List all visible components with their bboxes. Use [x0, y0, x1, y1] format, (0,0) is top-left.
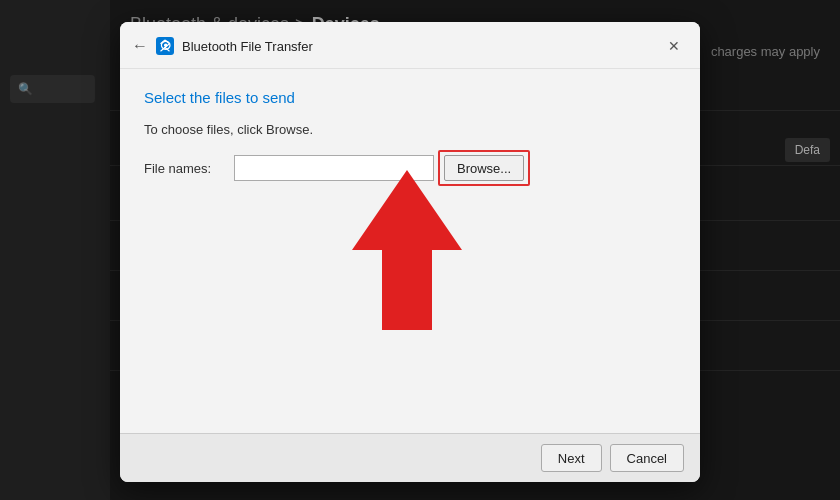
close-button[interactable]: ✕	[660, 32, 688, 60]
svg-marker-2	[352, 170, 462, 330]
svg-text:⦿: ⦿	[160, 40, 171, 52]
dialog-title: Bluetooth File Transfer	[182, 39, 313, 54]
titlebar-left: ← ⦿ Bluetooth File Transfer	[132, 37, 313, 55]
dialog-footer: Next Cancel	[120, 433, 700, 482]
instruction-text: To choose files, click Browse.	[144, 122, 676, 137]
next-button[interactable]: Next	[541, 444, 602, 472]
back-arrow-icon[interactable]: ←	[132, 37, 148, 55]
close-icon: ✕	[668, 38, 680, 54]
dialog-titlebar: ← ⦿ Bluetooth File Transfer ✕	[120, 22, 700, 69]
arrow-annotation	[352, 170, 462, 330]
cancel-button[interactable]: Cancel	[610, 444, 684, 472]
file-names-label: File names:	[144, 161, 224, 176]
section-title: Select the files to send	[144, 89, 676, 106]
bluetooth-icon: ⦿	[156, 37, 174, 55]
